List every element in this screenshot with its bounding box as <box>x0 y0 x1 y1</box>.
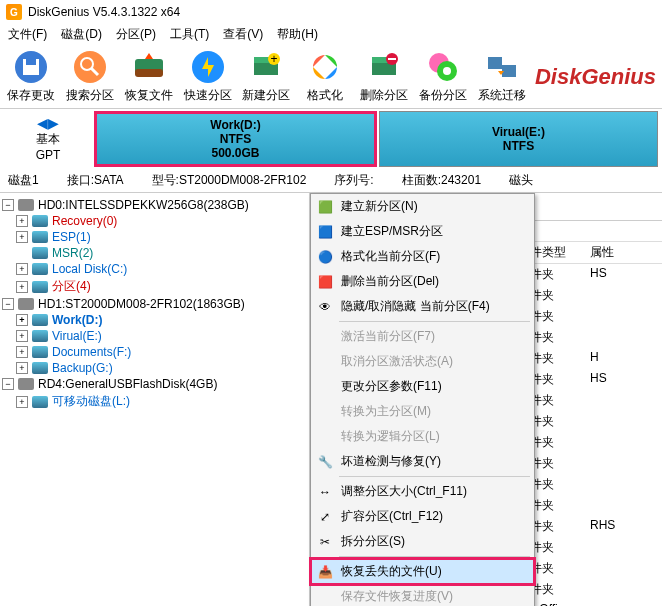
ctx-resize[interactable]: ↔调整分区大小(Ctrl_F11) <box>311 479 534 504</box>
nav-arrows-icon[interactable]: ◀▶ <box>4 115 92 131</box>
nav-basic-label: 基本 <box>4 131 92 148</box>
partition-icon <box>32 247 48 259</box>
svg-rect-7 <box>135 69 163 77</box>
tree-msr[interactable]: MSR(2) <box>16 245 307 261</box>
status-bar: 磁盘1 接口:SATA 型号:ST2000DM008-2FR102 序列号: 柱… <box>0 169 662 193</box>
expand-icon[interactable]: + <box>16 215 28 227</box>
separator <box>339 476 530 477</box>
window-title: DiskGenius V5.4.3.1322 x64 <box>28 5 180 19</box>
svg-marker-8 <box>145 53 153 59</box>
menu-help[interactable]: 帮助(H) <box>277 26 318 43</box>
main-area: −HD0:INTELSSDPEKKW256G8(238GB) +Recovery… <box>0 193 662 606</box>
search-button[interactable]: 搜索分区 <box>65 49 116 104</box>
tree-removable[interactable]: +可移动磁盘(L:) <box>16 392 307 411</box>
wrench-icon: 🔧 <box>317 454 333 470</box>
expand-icon[interactable]: + <box>16 231 28 243</box>
quick-icon <box>190 49 226 85</box>
migrate-button[interactable]: 系统迁移 <box>476 49 527 104</box>
tree-recovery[interactable]: +Recovery(0) <box>16 213 307 229</box>
tree-localc[interactable]: +Local Disk(C:) <box>16 261 307 277</box>
save-button[interactable]: 保存更改 <box>6 49 57 104</box>
new-icon: + <box>248 49 284 85</box>
ctx-logical: 转换为逻辑分区(L) <box>311 424 534 449</box>
delete-icon: 🟥 <box>317 274 333 290</box>
expand-icon[interactable]: + <box>16 330 28 342</box>
partition-icon <box>32 330 48 342</box>
partition-icon <box>32 215 48 227</box>
menu-file[interactable]: 文件(F) <box>8 26 47 43</box>
disk-icon <box>18 199 34 211</box>
delete-button[interactable]: 删除分区 <box>359 49 410 104</box>
tree-part4[interactable]: +分区(4) <box>16 277 307 296</box>
recover-icon <box>131 49 167 85</box>
search-icon <box>72 49 108 85</box>
recover-files-icon: 📥 <box>317 564 333 580</box>
delete-icon <box>366 49 402 85</box>
tree-workd[interactable]: +Work(D:) <box>16 312 307 328</box>
tree-viruale[interactable]: +Virual(E:) <box>16 328 307 344</box>
titlebar: G DiskGenius V5.4.3.1322 x64 <box>0 0 662 24</box>
menu-tools[interactable]: 工具(T) <box>170 26 209 43</box>
menubar: 文件(F) 磁盘(D) 分区(P) 工具(T) 查看(V) 帮助(H) <box>0 24 662 45</box>
ctx-delete[interactable]: 🟥删除当前分区(Del) <box>311 269 534 294</box>
collapse-icon[interactable]: − <box>2 378 14 390</box>
ctx-save-progress: 保存文件恢复进度(V) <box>311 584 534 606</box>
format-button[interactable]: 格式化 <box>300 49 351 104</box>
tree-hd0[interactable]: −HD0:INTELSSDPEKKW256G8(238GB) <box>2 197 307 213</box>
ctx-hide[interactable]: 👁隐藏/取消隐藏 当前分区(F4) <box>311 294 534 319</box>
svg-point-15 <box>320 62 330 72</box>
ctx-primary: 转换为主分区(M) <box>311 399 534 424</box>
tree-documentsf[interactable]: +Documents(F:) <box>16 344 307 360</box>
svg-rect-23 <box>488 57 502 69</box>
expand-icon[interactable]: + <box>16 263 28 275</box>
col-type[interactable]: 件类型 <box>530 244 590 261</box>
recover-button[interactable]: 恢复文件 <box>124 49 175 104</box>
expand-icon[interactable]: + <box>16 346 28 358</box>
expand-icon[interactable]: + <box>16 362 28 374</box>
backup-icon <box>425 49 461 85</box>
partition-icon <box>32 231 48 243</box>
ctx-split[interactable]: ✂拆分分区(S) <box>311 529 534 554</box>
expand-icon[interactable]: + <box>16 396 28 408</box>
tree-backupg[interactable]: +Backup(G:) <box>16 360 307 376</box>
ctx-format[interactable]: 🔵格式化当前分区(F) <box>311 244 534 269</box>
ctx-extend[interactable]: ⤢扩容分区(Ctrl_F12) <box>311 504 534 529</box>
ctx-new-partition[interactable]: 🟩建立新分区(N) <box>311 194 534 219</box>
svg-text:+: + <box>271 52 278 66</box>
tree-hd1[interactable]: −HD1:ST2000DM008-2FR102(1863GB) <box>2 296 307 312</box>
partition-icon <box>32 362 48 374</box>
resize-icon: ↔ <box>317 484 333 500</box>
collapse-icon[interactable]: − <box>2 199 14 211</box>
col-attr[interactable]: 属性 <box>590 244 650 261</box>
menu-view[interactable]: 查看(V) <box>223 26 263 43</box>
disk-icon <box>18 298 34 310</box>
format-icon <box>307 49 343 85</box>
ctx-esp-msr[interactable]: 🟦建立ESP/MSR分区 <box>311 219 534 244</box>
collapse-icon[interactable]: − <box>2 298 14 310</box>
ctx-badsector[interactable]: 🔧坏道检测与修复(Y) <box>311 449 534 474</box>
menu-partition[interactable]: 分区(P) <box>116 26 156 43</box>
tree-esp[interactable]: +ESP(1) <box>16 229 307 245</box>
expand-icon[interactable]: + <box>16 314 28 326</box>
partition-virtual[interactable]: Virual(E:) NTFS <box>379 111 658 167</box>
extend-icon: ⤢ <box>317 509 333 525</box>
partition-bar: ◀▶ 基本 GPT Work(D:) NTFS 500.0GB Virual(E… <box>0 109 662 169</box>
quick-button[interactable]: 快速分区 <box>182 49 233 104</box>
toolbar: 保存更改 搜索分区 恢复文件 快速分区 + 新建分区 格式化 删除分区 备份分区… <box>0 45 662 109</box>
ctx-activate: 激活当前分区(F7) <box>311 324 534 349</box>
right-pane: 分 ⬆ 件类型 属性 件夹HS 件夹 件夹 件夹 件夹H 件夹HS 件夹 件夹 … <box>310 193 662 606</box>
partition-work[interactable]: Work(D:) NTFS 500.0GB <box>94 111 377 167</box>
partition-icon <box>32 314 48 326</box>
tree-rd4[interactable]: −RD4:GeneralUSBFlashDisk(4GB) <box>2 376 307 392</box>
ctx-recover-files[interactable]: 📥恢复丢失的文件(U) <box>311 559 534 584</box>
ctx-params[interactable]: 更改分区参数(F11) <box>311 374 534 399</box>
app-icon: G <box>6 4 22 20</box>
format-icon: 🔵 <box>317 249 333 265</box>
menu-disk[interactable]: 磁盘(D) <box>61 26 102 43</box>
backup-button[interactable]: 备份分区 <box>417 49 468 104</box>
expand-icon[interactable]: + <box>16 281 28 293</box>
new-button[interactable]: + 新建分区 <box>241 49 292 104</box>
new-partition-icon: 🟩 <box>317 199 333 215</box>
separator <box>339 321 530 322</box>
svg-point-22 <box>443 67 451 75</box>
